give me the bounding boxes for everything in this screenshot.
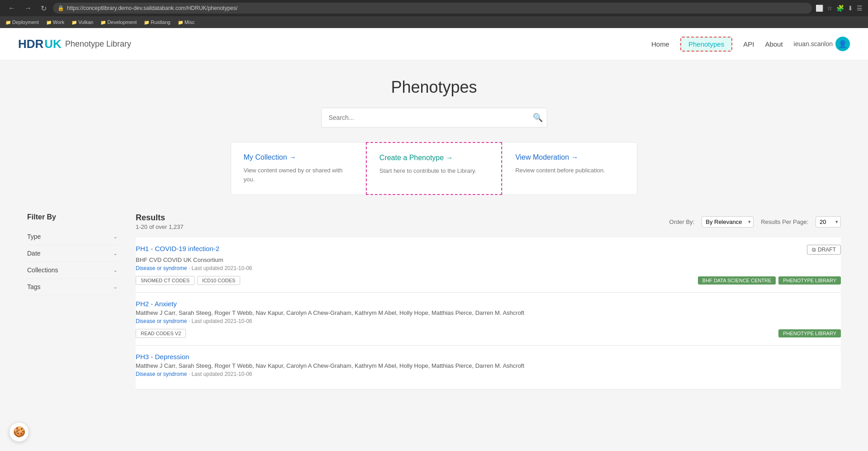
star-icon[interactable]: ☆ bbox=[827, 5, 833, 12]
sidebar: Filter By Type ⌄ Date ⌄ Collections ⌄ Ta… bbox=[27, 213, 118, 389]
forward-button[interactable]: → bbox=[22, 3, 34, 13]
search-input[interactable] bbox=[321, 108, 547, 128]
nav-api[interactable]: API bbox=[743, 40, 754, 48]
bookmark-vulkan[interactable]: 📁 Vulkan bbox=[71, 19, 93, 25]
draft-badge-ph1: ⧉ DRAFT bbox=[807, 245, 841, 255]
back-button[interactable]: ← bbox=[5, 3, 18, 13]
result-title-ph3[interactable]: PH3 - Depression bbox=[136, 353, 189, 361]
menu-icon[interactable]: ☰ bbox=[857, 5, 863, 12]
copy-icon: ⧉ bbox=[812, 247, 816, 253]
result-updated-ph3: Last updated 2021-10-06 bbox=[191, 371, 252, 377]
result-title-ph2[interactable]: PH2 - Anxiety bbox=[136, 300, 177, 308]
logo[interactable]: HDRUK Phenotype Library bbox=[18, 37, 131, 51]
extensions-icon[interactable]: 🧩 bbox=[836, 5, 844, 12]
cookie-button[interactable]: 🍪 bbox=[9, 422, 29, 442]
result-tags-ph1: SNOMED CT CODES ICD10 CODES BHF DATA SCI… bbox=[136, 276, 841, 285]
create-phenotype-desc: Start here to contribute to the Library. bbox=[379, 166, 489, 176]
search-icon: 🔍 bbox=[533, 113, 543, 122]
screenshot-icon[interactable]: ⬜ bbox=[816, 5, 823, 12]
action-cards: My Collection → View content owned by or… bbox=[231, 142, 638, 195]
order-by-label: Order By: bbox=[669, 218, 695, 225]
results-controls: Order By: By Relevance By Date By Name R… bbox=[669, 216, 841, 228]
result-tags-right-ph1: BHF DATA SCIENCE CENTRE PHENOTYPE LIBRAR… bbox=[698, 276, 841, 285]
result-item-ph3: PH3 - Depression Matthew J Carr, Sarah S… bbox=[136, 346, 841, 389]
result-tags-right-ph2: PHENOTYPE LIBRARY bbox=[778, 329, 841, 337]
result-authors-ph1: BHF CVD COVID UK Consortium bbox=[136, 256, 841, 263]
download-icon[interactable]: ⬇ bbox=[848, 5, 853, 12]
chevron-down-icon: ⌄ bbox=[113, 233, 118, 240]
result-category-ph1: Disease or syndrome bbox=[136, 265, 187, 271]
folder-icon: 📁 bbox=[5, 20, 11, 25]
result-item-ph1-header: PH1 - COVID-19 infection-2 ⧉ DRAFT bbox=[136, 245, 841, 255]
order-by-wrapper: By Relevance By Date By Name bbox=[702, 216, 754, 228]
results-title: Results bbox=[136, 213, 184, 223]
cookie-icon: 🍪 bbox=[13, 426, 25, 438]
filter-title: Filter By bbox=[27, 213, 118, 221]
order-by-select[interactable]: By Relevance By Date By Name bbox=[702, 216, 754, 228]
chevron-down-icon: ⌄ bbox=[113, 250, 118, 256]
tag-read-codes[interactable]: READ CODES V2 bbox=[136, 329, 186, 338]
result-meta-ph3: Disease or syndrome · Last updated 2021-… bbox=[136, 371, 841, 377]
bookmark-development[interactable]: 📁 Development bbox=[100, 19, 137, 25]
folder-icon: 📁 bbox=[178, 20, 183, 25]
tag-phenotype-library-2[interactable]: PHENOTYPE LIBRARY bbox=[778, 329, 841, 337]
result-item-ph3-header: PH3 - Depression bbox=[136, 353, 841, 361]
create-phenotype-card[interactable]: Create a Phenotype → Start here to contr… bbox=[366, 142, 502, 195]
filter-tags[interactable]: Tags ⌄ bbox=[27, 279, 118, 295]
per-page-wrapper: 20 50 100 bbox=[816, 216, 841, 228]
result-tags-ph2: READ CODES V2 PHENOTYPE LIBRARY bbox=[136, 329, 841, 338]
result-authors-ph3: Matthew J Carr, Sarah Steeg, Roger T Web… bbox=[136, 362, 841, 369]
logo-uk: UK bbox=[44, 37, 62, 51]
logo-text: Phenotype Library bbox=[65, 39, 131, 49]
nav-about[interactable]: About bbox=[765, 40, 783, 48]
tag-icd10[interactable]: ICD10 CODES bbox=[197, 276, 240, 285]
filter-collections[interactable]: Collections ⌄ bbox=[27, 262, 118, 279]
bookmark-label: Rustlang bbox=[151, 19, 170, 25]
user-area[interactable]: ieuan.scanlon 👤 bbox=[794, 37, 850, 51]
filter-type[interactable]: Type ⌄ bbox=[27, 228, 118, 245]
bookmark-work[interactable]: 📁 Work bbox=[46, 19, 64, 25]
chevron-down-icon: ⌄ bbox=[113, 267, 118, 273]
results-info: Results 1-20 of over 1,237 bbox=[136, 213, 184, 230]
create-phenotype-title: Create a Phenotype → bbox=[379, 154, 489, 162]
result-tags-left-ph1: SNOMED CT CODES ICD10 CODES bbox=[136, 276, 240, 285]
filter-tags-label: Tags bbox=[27, 283, 41, 290]
bookmark-label: Deployment bbox=[12, 19, 39, 25]
main-content: Phenotypes 🔍 My Collection → View conten… bbox=[0, 60, 868, 451]
nav-home[interactable]: Home bbox=[651, 40, 669, 48]
tag-phenotype-library-1[interactable]: PHENOTYPE LIBRARY bbox=[778, 276, 841, 285]
url-text: https://conceptlibrary.demo-dev.saildata… bbox=[67, 5, 237, 11]
reload-button[interactable]: ↻ bbox=[38, 3, 49, 14]
per-page-label: Results Per Page: bbox=[761, 218, 808, 225]
lock-icon: 🔒 bbox=[57, 5, 64, 11]
bookmarks-bar: 📁 Deployment 📁 Work 📁 Vulkan 📁 Developme… bbox=[0, 16, 868, 28]
tag-snomed[interactable]: SNOMED CT CODES bbox=[136, 276, 194, 285]
result-updated-ph2: Last updated 2021-10-06 bbox=[191, 318, 252, 324]
nav-phenotypes[interactable]: Phenotypes bbox=[680, 37, 732, 52]
result-item-ph2: PH2 - Anxiety Matthew J Carr, Sarah Stee… bbox=[136, 293, 841, 346]
bookmark-rustlang[interactable]: 📁 Rustlang bbox=[144, 19, 170, 25]
bookmark-misc[interactable]: 📁 Misc bbox=[178, 19, 195, 25]
search-button[interactable]: 🔍 bbox=[533, 113, 543, 123]
view-moderation-card[interactable]: View Moderation → Review content before … bbox=[502, 142, 637, 195]
my-collection-title: My Collection → bbox=[244, 153, 353, 161]
filter-type-label: Type bbox=[27, 233, 41, 240]
results-area: Results 1-20 of over 1,237 Order By: By … bbox=[136, 213, 841, 389]
bookmark-deployment[interactable]: 📁 Deployment bbox=[5, 19, 39, 25]
url-bar[interactable]: 🔒 https://conceptlibrary.demo-dev.sailda… bbox=[53, 3, 812, 14]
filter-date[interactable]: Date ⌄ bbox=[27, 245, 118, 262]
result-meta-ph2: Disease or syndrome · Last updated 2021-… bbox=[136, 318, 841, 324]
page-title-section: Phenotypes bbox=[0, 60, 868, 108]
view-moderation-title: View Moderation → bbox=[515, 153, 624, 161]
per-page-select[interactable]: 20 50 100 bbox=[816, 216, 841, 228]
chevron-down-icon: ⌄ bbox=[113, 284, 118, 290]
folder-icon: 📁 bbox=[46, 20, 52, 25]
result-category-ph3: Disease or syndrome bbox=[136, 371, 187, 377]
tag-bhf[interactable]: BHF DATA SCIENCE CENTRE bbox=[698, 276, 776, 285]
folder-icon: 📁 bbox=[144, 20, 149, 25]
bookmark-label: Misc bbox=[185, 19, 195, 25]
results-count: 1-20 of over 1,237 bbox=[136, 223, 184, 230]
my-collection-card[interactable]: My Collection → View content owned by or… bbox=[231, 142, 366, 195]
user-avatar: 👤 bbox=[835, 37, 850, 51]
result-title-ph1[interactable]: PH1 - COVID-19 infection-2 bbox=[136, 245, 219, 252]
